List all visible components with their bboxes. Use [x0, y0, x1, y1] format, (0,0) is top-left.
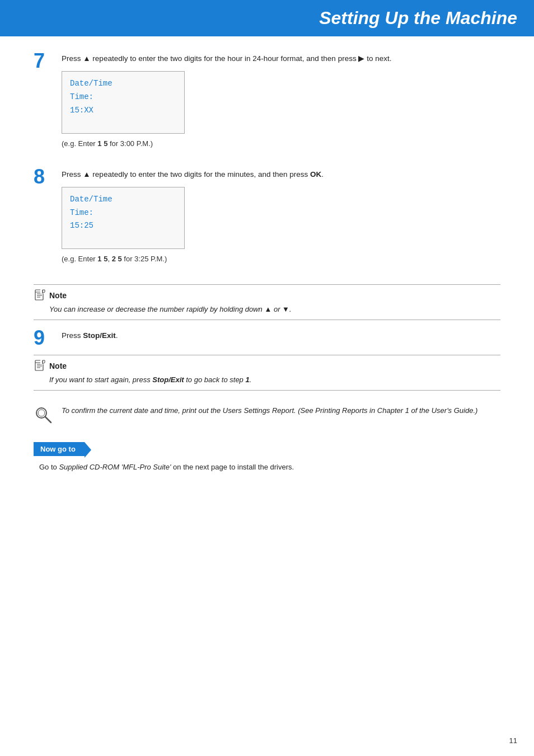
- note-2-title: Note: [49, 361, 67, 370]
- step-9-number: 9: [34, 328, 62, 348]
- main-content: 7 Press ▲ repeatedly to enter the two di…: [0, 36, 534, 495]
- step-7-example: (e.g. Enter 1 5 for 3:00 P.M.): [62, 139, 500, 148]
- lcd-8-line2: Time:: [70, 206, 176, 220]
- header-bar: Setting Up the Machine: [0, 0, 534, 36]
- note-1-section: Note You can increase or decrease the nu…: [34, 284, 500, 320]
- tip-search-icon: [34, 405, 54, 425]
- step-9-content: Press Stop/Exit.: [62, 330, 500, 348]
- step-8-example: (e.g. Enter 1 5, 2 5 for 3:25 P.M.): [62, 255, 500, 263]
- step-9-text: Press Stop/Exit.: [62, 330, 500, 341]
- svg-point-16: [38, 410, 45, 416]
- step-8-text: Press ▲ repeatedly to enter the two digi…: [62, 169, 500, 180]
- note-icon: [34, 289, 46, 302]
- note-2-section: Note If you want to start again, press S…: [34, 355, 500, 391]
- step-7-text: Press ▲ repeatedly to enter the two digi…: [62, 53, 500, 64]
- note-1-header: Note: [34, 289, 500, 302]
- nowgoto-label-wrap: Now go to: [34, 442, 500, 456]
- lcd-7-line1: Date/Time: [70, 77, 176, 91]
- step-8-content: Press ▲ repeatedly to enter the two digi…: [62, 169, 500, 271]
- note-1-body: You can increase or decrease the number …: [34, 304, 500, 315]
- tip-section: To confirm the current date and time, pr…: [34, 401, 500, 429]
- lcd-8-line1: Date/Time: [70, 193, 176, 206]
- page-number: 11: [509, 736, 517, 745]
- step-8-number: 8: [34, 167, 62, 187]
- lcd-7-line2: Time:: [70, 91, 176, 104]
- note-1-title: Note: [49, 291, 67, 300]
- nowgoto-label: Now go to: [34, 442, 85, 456]
- step-7-lcd: Date/Time Time: 15:XX: [62, 71, 185, 133]
- svg-line-15: [45, 417, 51, 422]
- note-2-header: Note: [34, 360, 500, 372]
- step-7-block: 7 Press ▲ repeatedly to enter the two di…: [34, 53, 500, 156]
- step-8-lcd: Date/Time Time: 15:25: [62, 187, 185, 249]
- lcd-8-line3: 15:25: [70, 219, 176, 233]
- page-title: Setting Up the Machine: [319, 8, 517, 29]
- nowgoto-section: Now go to Go to Supplied CD-ROM 'MFL-Pro…: [34, 442, 500, 473]
- lcd-7-line3: 15:XX: [70, 104, 176, 118]
- tip-text: To confirm the current date and time, pr…: [62, 404, 477, 417]
- note-2-body: If you want to start again, press Stop/E…: [34, 374, 500, 386]
- step-9-block: 9 Press Stop/Exit.: [34, 330, 500, 348]
- step-8-block: 8 Press ▲ repeatedly to enter the two di…: [34, 169, 500, 271]
- nowgoto-text: Go to Supplied CD-ROM 'MFL-Pro Suite' on…: [34, 462, 500, 473]
- note-2-icon: [34, 360, 46, 372]
- step-7-content: Press ▲ repeatedly to enter the two digi…: [62, 53, 500, 156]
- step-7-number: 7: [34, 51, 62, 71]
